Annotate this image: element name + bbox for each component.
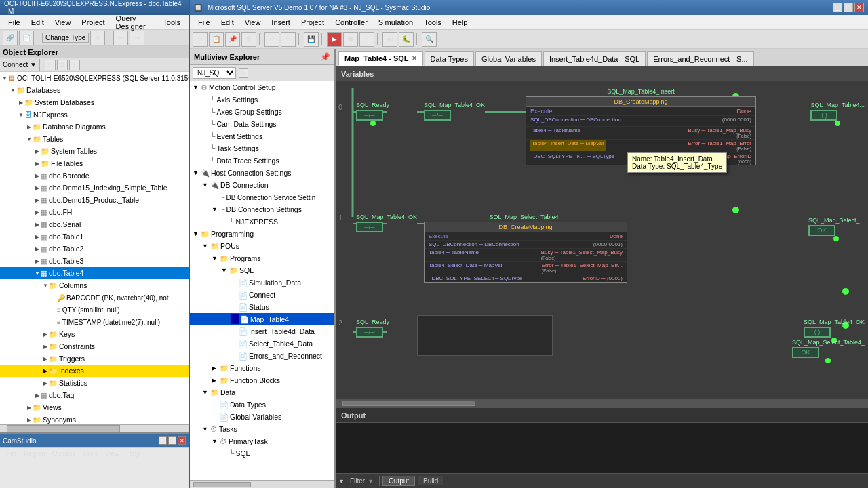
diagram-hscroll[interactable] xyxy=(336,399,868,407)
tree-columns[interactable]: ▼ 📁 Columns xyxy=(0,279,189,291)
mv-dropdown[interactable]: NJ_SQL xyxy=(193,67,236,79)
tree-systemdb[interactable]: ▶ 📁 System Databases xyxy=(0,96,189,108)
menu-edit[interactable]: Edit xyxy=(26,17,50,28)
tb-copy[interactable]: 📋 xyxy=(209,32,224,47)
mv-programming[interactable]: ▼ 📁 Programming xyxy=(190,228,334,240)
mv-expand-motion[interactable]: ▼ xyxy=(193,84,201,91)
camstudio-taskbar[interactable]: CamStudio _ □ ✕ xyxy=(0,432,189,447)
tb-redo[interactable]: ↪ xyxy=(281,32,296,47)
menu-project[interactable]: Project xyxy=(76,17,110,28)
menu-tools[interactable]: Tools xyxy=(157,17,186,28)
mv-funcblocks[interactable]: ▶ 📁 Function Blocks xyxy=(190,374,334,386)
tree-tables[interactable]: ▼ 📁 Tables xyxy=(0,133,189,145)
output-tab-output[interactable]: Output xyxy=(382,476,415,486)
oe-connect-btn[interactable]: Connect ▼ xyxy=(3,61,37,68)
tab-datatypes[interactable]: Data Types xyxy=(425,51,474,66)
expand-db[interactable]: ▼ xyxy=(9,87,16,94)
tree-fh[interactable]: ▶ ▦ dbo.FH xyxy=(0,206,189,218)
mv-cam[interactable]: └ Cam Data Settings xyxy=(190,118,334,130)
tree-statistics[interactable]: ▶ 📁 Statistics xyxy=(0,377,189,389)
cs-menu-help[interactable]: Help xyxy=(123,449,144,458)
contact-sql-ready-r0[interactable]: SQL_Ready ─/─ xyxy=(356,102,389,127)
mv-primarytask[interactable]: ▼ ⏱ PrimaryTask xyxy=(190,435,334,447)
mv-connect[interactable]: 📄 Connect xyxy=(190,289,334,301)
right-close[interactable]: ✕ xyxy=(854,3,864,12)
rm-project[interactable]: Project xyxy=(296,17,330,28)
tree-table3[interactable]: ▶ ▦ dbo.Table3 xyxy=(0,255,189,267)
menu-view[interactable]: View xyxy=(50,17,77,28)
mv-sql-task[interactable]: └ SQL xyxy=(190,447,334,460)
change-type-dropdown[interactable]: Change Type xyxy=(42,33,89,43)
right-minimize[interactable]: _ xyxy=(833,3,842,12)
tree-constraints[interactable]: ▶ 📁 Constraints xyxy=(0,340,189,352)
mv-sync[interactable]: ↻ xyxy=(239,68,248,78)
mv-status[interactable]: 📄 Status xyxy=(190,301,334,313)
tree-triggers[interactable]: ▶ 📁 Triggers xyxy=(0,352,189,365)
rm-file[interactable]: File xyxy=(193,17,216,28)
camstudio-close[interactable]: ✕ xyxy=(178,436,186,445)
left-hscroll[interactable] xyxy=(0,424,189,432)
contact-sql-map-ok-r1[interactable]: SQL_Map_Table4_OK ─/─ xyxy=(356,214,417,232)
rm-tools[interactable]: Tools xyxy=(418,17,447,28)
tb-debug[interactable]: 🐛 xyxy=(399,32,414,47)
mv-event[interactable]: └ Event Settings xyxy=(190,130,334,142)
output-tab-build[interactable]: Build xyxy=(418,476,443,485)
oe-props[interactable]: ℹ xyxy=(69,60,80,70)
mv-pin[interactable]: 📌 xyxy=(320,52,330,62)
camstudio-restore[interactable]: □ xyxy=(168,436,176,445)
rm-edit[interactable]: Edit xyxy=(216,17,239,28)
tb-btn2[interactable]: ↪ xyxy=(130,30,144,45)
rm-controller[interactable]: Controller xyxy=(330,17,373,28)
tree-systables[interactable]: ▶ 📁 System Tables xyxy=(0,145,189,157)
mv-expand-prog[interactable]: ▼ xyxy=(193,230,201,237)
tb-paste[interactable]: 📌 xyxy=(225,32,240,47)
tree-table1[interactable]: ▶ ▦ dbo.Table1 xyxy=(0,230,189,243)
tree-serial[interactable]: ▶ ▦ dbo.Serial xyxy=(0,218,189,230)
expand-server[interactable]: ▼ xyxy=(1,75,8,81)
oe-refresh[interactable]: ↻ xyxy=(45,60,56,70)
tb-pause[interactable]: ⏸ xyxy=(359,32,374,47)
fb-select[interactable]: SQL_Map_Select_Table4_ DB_CreateMapping … xyxy=(424,214,627,283)
tb-undo[interactable]: ↩ xyxy=(264,32,279,47)
mv-errors[interactable]: 📄 Errors_and_Reconnect xyxy=(190,350,334,362)
tree-demo15prod[interactable]: ▶ ▦ dbo.Demo15_Product_Table xyxy=(0,194,189,206)
mv-dbconnservice[interactable]: └ DB Connection Service Settin xyxy=(190,191,334,203)
cs-menu-file[interactable]: File xyxy=(3,449,20,458)
mv-map-table4[interactable]: 📄 Map_Table4 xyxy=(190,313,334,325)
tb-scissors[interactable]: ✂ xyxy=(193,32,208,47)
tree-indexes[interactable]: ▶ 📁 Indexes xyxy=(0,365,189,377)
mv-dbconnsettings[interactable]: ▼ └ DB Connection Settings xyxy=(190,203,334,216)
tab-insert[interactable]: Insert_Table4d_Data - SQL xyxy=(543,51,646,66)
mv-tasks[interactable]: ▼ ⏱ Tasks xyxy=(190,423,334,435)
rm-help[interactable]: Help xyxy=(447,17,473,28)
mv-functions[interactable]: ▶ 📁 Functions xyxy=(190,362,334,374)
rm-simulation[interactable]: Simulation xyxy=(373,17,418,28)
tab-close-0[interactable]: ✕ xyxy=(412,55,417,62)
cs-menu-view[interactable]: View xyxy=(102,449,123,458)
mv-sql-folder[interactable]: ▼ 📁 SQL xyxy=(190,264,334,277)
mv-datatypes[interactable]: 📄 Data Types xyxy=(190,399,334,411)
mv-select-data[interactable]: 📄 Select_Table4_Data xyxy=(190,338,334,350)
tb-save[interactable]: 💾 xyxy=(304,32,319,47)
tree-filetables[interactable]: ▶ 📁 FileTables xyxy=(0,157,189,169)
mv-simdata[interactable]: 📄 Simulation_Data xyxy=(190,277,334,289)
mv-insert-data[interactable]: 📄 Insert_Table4d_Data xyxy=(190,325,334,338)
contact-sql-map-ok-r0[interactable]: SQL_Map_Table4_OK ─/─ xyxy=(424,102,485,121)
tb-newquery[interactable]: 📄 xyxy=(19,30,34,45)
tb-btn1[interactable]: ↩ xyxy=(113,30,128,45)
mv-task-set[interactable]: └ Task Settings xyxy=(190,142,334,155)
tree-dbdiagrams[interactable]: ▶ 📁 Database Diagrams xyxy=(0,121,189,133)
tree-views[interactable]: ▶ 📁 Views xyxy=(0,401,189,413)
rm-view[interactable]: View xyxy=(239,17,267,28)
mv-datatrace[interactable]: └ Data Trace Settings xyxy=(190,155,334,167)
tb-extra[interactable]: ▼ xyxy=(90,30,105,45)
oe-filter[interactable]: ⊞ xyxy=(57,60,68,70)
mv-axes-group[interactable]: └ Axes Group Settings xyxy=(190,106,334,118)
cs-menu-options[interactable]: Options xyxy=(49,449,79,458)
tb-connect[interactable]: 🔗 xyxy=(3,30,18,45)
tree-table2[interactable]: ▶ ▦ dbo.Table2 xyxy=(0,243,189,255)
tree-col-timestamp[interactable]: ≡ TIMESTAMP (datetime2(7), null) xyxy=(0,316,189,328)
tree-dbtag[interactable]: ▶ ▦ dbo.Tag xyxy=(0,389,189,401)
tree-synonyms[interactable]: ▶ 📁 Synonyms xyxy=(0,413,189,424)
tb-delete[interactable]: 🗑 xyxy=(241,32,256,47)
